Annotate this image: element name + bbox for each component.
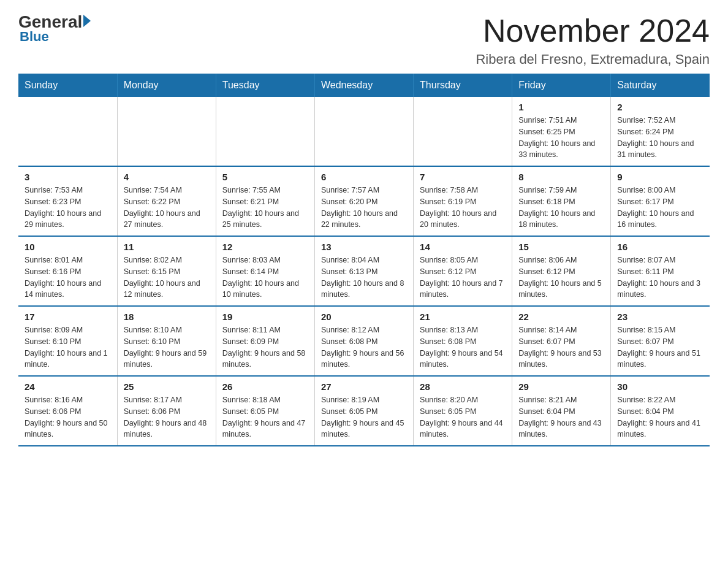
calendar-cell: 13Sunrise: 8:04 AM Sunset: 6:13 PM Dayli… [314,236,413,306]
calendar-cell: 18Sunrise: 8:10 AM Sunset: 6:10 PM Dayli… [117,306,216,376]
calendar-cell: 30Sunrise: 8:22 AM Sunset: 6:04 PM Dayli… [611,376,710,446]
calendar-cell: 15Sunrise: 8:06 AM Sunset: 6:12 PM Dayli… [512,236,611,306]
day-number: 4 [124,172,210,182]
day-info: Sunrise: 8:20 AM Sunset: 6:05 PM Dayligh… [420,394,506,440]
calendar-cell: 11Sunrise: 8:02 AM Sunset: 6:15 PM Dayli… [117,236,216,306]
day-info: Sunrise: 7:51 AM Sunset: 6:25 PM Dayligh… [518,115,604,161]
day-number: 7 [420,172,506,182]
day-info: Sunrise: 7:55 AM Sunset: 6:21 PM Dayligh… [222,185,308,231]
calendar-week-row: 24Sunrise: 8:16 AM Sunset: 6:06 PM Dayli… [18,376,710,446]
header-monday: Monday [117,74,216,97]
calendar-cell: 2Sunrise: 7:52 AM Sunset: 6:24 PM Daylig… [611,97,710,166]
day-number: 29 [518,381,604,392]
day-info: Sunrise: 8:22 AM Sunset: 6:04 PM Dayligh… [617,394,703,440]
header-friday: Friday [512,74,611,97]
calendar-cell [216,97,314,166]
calendar-cell [414,97,512,166]
day-info: Sunrise: 8:17 AM Sunset: 6:06 PM Dayligh… [124,394,210,440]
day-info: Sunrise: 7:58 AM Sunset: 6:19 PM Dayligh… [420,185,506,231]
logo-arrow-icon [83,15,91,27]
header-thursday: Thursday [414,74,512,97]
calendar-cell [314,97,413,166]
logo-blue-text: Blue [20,29,49,45]
logo: General Blue [18,12,91,45]
calendar-cell: 29Sunrise: 8:21 AM Sunset: 6:04 PM Dayli… [512,376,611,446]
day-number: 23 [617,312,703,322]
day-number: 9 [617,172,703,182]
day-info: Sunrise: 7:57 AM Sunset: 6:20 PM Dayligh… [321,185,407,231]
calendar-cell: 14Sunrise: 8:05 AM Sunset: 6:12 PM Dayli… [414,236,512,306]
day-number: 8 [518,172,604,182]
calendar-cell: 3Sunrise: 7:53 AM Sunset: 6:23 PM Daylig… [18,166,117,236]
calendar-table: Sunday Monday Tuesday Wednesday Thursday… [18,74,710,446]
day-info: Sunrise: 8:04 AM Sunset: 6:13 PM Dayligh… [321,255,407,301]
calendar-header-row: Sunday Monday Tuesday Wednesday Thursday… [18,74,710,97]
day-number: 2 [617,102,703,112]
day-info: Sunrise: 8:13 AM Sunset: 6:08 PM Dayligh… [420,324,506,370]
calendar-week-row: 10Sunrise: 8:01 AM Sunset: 6:16 PM Dayli… [18,236,710,306]
calendar-cell: 22Sunrise: 8:14 AM Sunset: 6:07 PM Dayli… [512,306,611,376]
calendar-title: November 2024 [476,12,710,49]
calendar-subtitle: Ribera del Fresno, Extremadura, Spain [476,52,710,67]
day-number: 17 [25,312,111,322]
day-number: 25 [124,381,210,392]
calendar-cell: 9Sunrise: 8:00 AM Sunset: 6:17 PM Daylig… [611,166,710,236]
day-info: Sunrise: 7:52 AM Sunset: 6:24 PM Dayligh… [617,115,703,161]
day-info: Sunrise: 8:06 AM Sunset: 6:12 PM Dayligh… [518,255,604,301]
day-number: 30 [617,381,703,392]
header-saturday: Saturday [611,74,710,97]
calendar-week-row: 1Sunrise: 7:51 AM Sunset: 6:25 PM Daylig… [18,97,710,166]
calendar-week-row: 3Sunrise: 7:53 AM Sunset: 6:23 PM Daylig… [18,166,710,236]
day-info: Sunrise: 8:03 AM Sunset: 6:14 PM Dayligh… [222,255,308,301]
day-info: Sunrise: 8:01 AM Sunset: 6:16 PM Dayligh… [25,255,111,301]
day-info: Sunrise: 7:54 AM Sunset: 6:22 PM Dayligh… [124,185,210,231]
day-info: Sunrise: 8:18 AM Sunset: 6:05 PM Dayligh… [222,394,308,440]
calendar-cell: 6Sunrise: 7:57 AM Sunset: 6:20 PM Daylig… [314,166,413,236]
title-section: November 2024 Ribera del Fresno, Extrema… [476,12,710,67]
calendar-cell: 7Sunrise: 7:58 AM Sunset: 6:19 PM Daylig… [414,166,512,236]
calendar-cell: 20Sunrise: 8:12 AM Sunset: 6:08 PM Dayli… [314,306,413,376]
calendar-cell: 8Sunrise: 7:59 AM Sunset: 6:18 PM Daylig… [512,166,611,236]
day-info: Sunrise: 7:59 AM Sunset: 6:18 PM Dayligh… [518,185,604,231]
day-number: 16 [617,242,703,252]
day-info: Sunrise: 8:05 AM Sunset: 6:12 PM Dayligh… [420,255,506,301]
day-number: 24 [25,381,111,392]
day-info: Sunrise: 8:07 AM Sunset: 6:11 PM Dayligh… [617,255,703,301]
day-info: Sunrise: 8:09 AM Sunset: 6:10 PM Dayligh… [25,324,111,370]
day-number: 28 [420,381,506,392]
day-number: 26 [222,381,308,392]
calendar-cell: 27Sunrise: 8:19 AM Sunset: 6:05 PM Dayli… [314,376,413,446]
day-number: 5 [222,172,308,182]
calendar-cell: 19Sunrise: 8:11 AM Sunset: 6:09 PM Dayli… [216,306,314,376]
day-number: 22 [518,312,604,322]
calendar-cell [18,97,117,166]
day-info: Sunrise: 8:11 AM Sunset: 6:09 PM Dayligh… [222,324,308,370]
day-number: 20 [321,312,407,322]
day-info: Sunrise: 8:02 AM Sunset: 6:15 PM Dayligh… [124,255,210,301]
day-info: Sunrise: 8:10 AM Sunset: 6:10 PM Dayligh… [124,324,210,370]
day-info: Sunrise: 8:15 AM Sunset: 6:07 PM Dayligh… [617,324,703,370]
day-number: 11 [124,242,210,252]
day-info: Sunrise: 8:14 AM Sunset: 6:07 PM Dayligh… [518,324,604,370]
day-number: 1 [518,102,604,112]
day-number: 13 [321,242,407,252]
calendar-cell: 4Sunrise: 7:54 AM Sunset: 6:22 PM Daylig… [117,166,216,236]
day-info: Sunrise: 8:12 AM Sunset: 6:08 PM Dayligh… [321,324,407,370]
day-number: 10 [25,242,111,252]
header-tuesday: Tuesday [216,74,314,97]
page-header: General Blue November 2024 Ribera del Fr… [18,12,710,67]
calendar-cell: 12Sunrise: 8:03 AM Sunset: 6:14 PM Dayli… [216,236,314,306]
calendar-cell: 28Sunrise: 8:20 AM Sunset: 6:05 PM Dayli… [414,376,512,446]
day-number: 12 [222,242,308,252]
day-info: Sunrise: 7:53 AM Sunset: 6:23 PM Dayligh… [25,185,111,231]
calendar-cell: 25Sunrise: 8:17 AM Sunset: 6:06 PM Dayli… [117,376,216,446]
day-info: Sunrise: 8:19 AM Sunset: 6:05 PM Dayligh… [321,394,407,440]
calendar-cell: 21Sunrise: 8:13 AM Sunset: 6:08 PM Dayli… [414,306,512,376]
calendar-cell: 5Sunrise: 7:55 AM Sunset: 6:21 PM Daylig… [216,166,314,236]
day-number: 21 [420,312,506,322]
day-number: 3 [25,172,111,182]
calendar-cell: 1Sunrise: 7:51 AM Sunset: 6:25 PM Daylig… [512,97,611,166]
day-number: 15 [518,242,604,252]
day-number: 27 [321,381,407,392]
calendar-cell: 10Sunrise: 8:01 AM Sunset: 6:16 PM Dayli… [18,236,117,306]
